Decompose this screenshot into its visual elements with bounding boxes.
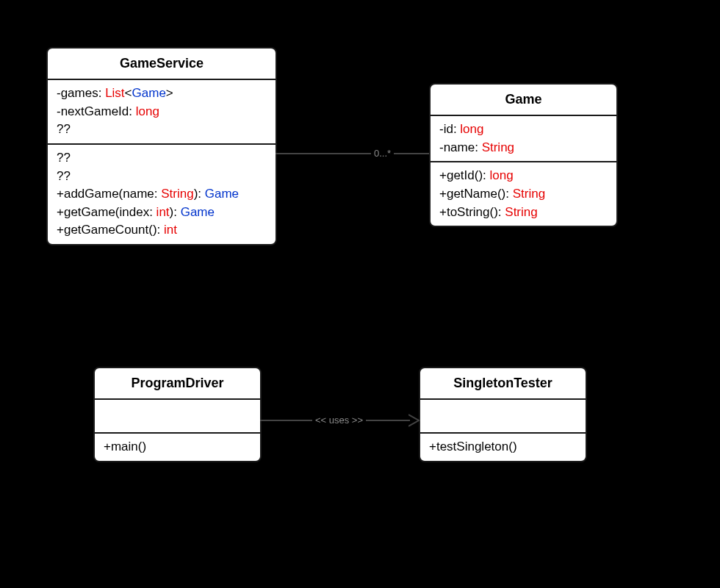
op-text: +toString(): bbox=[439, 205, 505, 219]
uml-class-programdriver: ProgramDriver +main() bbox=[93, 367, 262, 462]
attribute-row: -name: String bbox=[439, 139, 608, 157]
operation-row: +toString(): String bbox=[439, 204, 608, 222]
attr-text: -games: bbox=[57, 86, 105, 100]
operations-section: +getId(): long +getName(): String +toStr… bbox=[431, 162, 616, 226]
attribute-row: ?? bbox=[57, 121, 267, 139]
attr-text: -nextGameId: bbox=[57, 104, 136, 118]
uml-class-game: Game -id: long -name: String +getId(): l… bbox=[429, 83, 618, 227]
attr-text: -id: bbox=[439, 122, 460, 136]
operation-row: +testSingleton() bbox=[429, 438, 577, 456]
gt: > bbox=[166, 86, 173, 100]
operation-row: ?? bbox=[57, 149, 267, 168]
operation-row: +getGameCount(): int bbox=[57, 221, 267, 240]
ret-type: Game bbox=[205, 187, 239, 201]
type: long bbox=[136, 104, 159, 118]
op-text: +addGame(name: bbox=[57, 187, 161, 201]
attributes-section bbox=[95, 400, 260, 434]
multiplicity-label: 0...* bbox=[371, 148, 394, 159]
operation-row: +addGame(name: String): Game bbox=[57, 185, 267, 204]
lt: < bbox=[125, 86, 132, 100]
association-line bbox=[276, 153, 429, 154]
uml-class-gameservice: GameService -games: List<Game> -nextGame… bbox=[46, 47, 277, 245]
ret-type: Game bbox=[181, 205, 215, 219]
ret-type: String bbox=[513, 187, 545, 201]
operations-section: +main() bbox=[95, 434, 260, 461]
attributes-section: -id: long -name: String bbox=[431, 116, 616, 162]
arg-type: int bbox=[156, 205, 170, 219]
ret-type: int bbox=[164, 223, 177, 237]
operation-row: +getId(): long bbox=[439, 167, 608, 185]
operations-section: +testSingleton() bbox=[420, 434, 586, 461]
op-text: +getId(): bbox=[439, 168, 490, 182]
attribute-row: -games: List<Game> bbox=[57, 85, 267, 103]
attribute-row: -id: long bbox=[439, 121, 608, 139]
attr-text: -name: bbox=[439, 140, 482, 154]
class-title: GameService bbox=[48, 49, 276, 80]
operation-row: +main() bbox=[104, 438, 251, 456]
type: long bbox=[460, 122, 483, 136]
type-param: Game bbox=[132, 86, 166, 100]
operation-row: ?? bbox=[57, 168, 267, 186]
operation-row: +getName(): String bbox=[439, 185, 608, 204]
attributes-section: -games: List<Game> -nextGameId: long ?? bbox=[48, 80, 276, 145]
arrowhead-icon bbox=[408, 413, 423, 428]
op-text: +getName(): bbox=[439, 187, 513, 201]
operation-row: +getGame(index: int): Game bbox=[57, 204, 267, 222]
operations-section: ?? ?? +addGame(name: String): Game +getG… bbox=[48, 145, 276, 244]
ret-type: String bbox=[505, 205, 537, 219]
uses-label: << uses >> bbox=[312, 415, 366, 426]
op-text: ): bbox=[194, 187, 205, 201]
class-title: SingletonTester bbox=[420, 368, 586, 400]
op-text: +getGame(index: bbox=[57, 205, 156, 219]
op-text: ): bbox=[170, 205, 181, 219]
class-title: Game bbox=[431, 85, 616, 116]
arg-type: String bbox=[161, 187, 193, 201]
ret-type: long bbox=[490, 168, 514, 182]
type: String bbox=[482, 140, 514, 154]
uml-class-singletontester: SingletonTester +testSingleton() bbox=[419, 367, 587, 462]
type: List bbox=[105, 86, 124, 100]
class-title: ProgramDriver bbox=[95, 368, 260, 400]
attributes-section bbox=[420, 400, 586, 434]
op-text: +getGameCount(): bbox=[57, 223, 164, 237]
attribute-row: -nextGameId: long bbox=[57, 103, 267, 121]
